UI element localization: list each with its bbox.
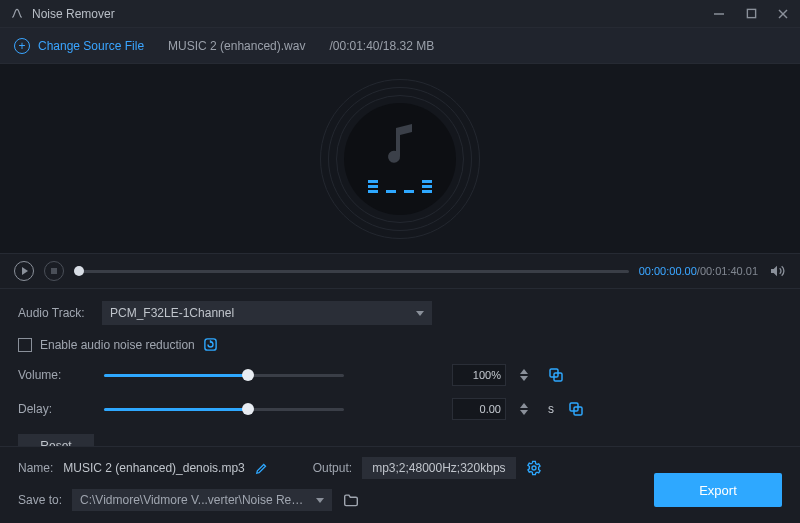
output-format-label: Output: bbox=[313, 461, 352, 475]
app-logo-icon bbox=[10, 7, 24, 21]
source-filename: MUSIC 2 (enhanced).wav bbox=[168, 39, 305, 53]
volume-label: Volume: bbox=[18, 368, 90, 382]
play-button[interactable] bbox=[14, 261, 34, 281]
title-bar: Noise Remover bbox=[0, 0, 800, 28]
delay-value[interactable]: 0.00 bbox=[452, 398, 506, 420]
export-panel: Name: MUSIC 2 (enhanced)_denois.mp3 Outp… bbox=[0, 446, 800, 523]
delay-slider[interactable] bbox=[104, 408, 344, 411]
volume-value[interactable]: 100% bbox=[452, 364, 506, 386]
stop-button[interactable] bbox=[44, 261, 64, 281]
export-button[interactable]: Export bbox=[654, 473, 782, 507]
source-fileinfo: /00:01:40/18.32 MB bbox=[329, 39, 434, 53]
noise-reduction-checkbox[interactable] bbox=[18, 338, 32, 352]
output-name-label: Name: bbox=[18, 461, 53, 475]
music-note-icon bbox=[382, 124, 418, 166]
plus-circle-icon: + bbox=[14, 38, 30, 54]
delay-label: Delay: bbox=[18, 402, 90, 416]
noise-reduction-label: Enable audio noise reduction bbox=[40, 338, 195, 352]
chevron-down-icon bbox=[316, 498, 324, 503]
svg-rect-1 bbox=[747, 9, 755, 17]
svg-point-10 bbox=[532, 466, 536, 470]
change-source-label: Change Source File bbox=[38, 39, 144, 53]
output-settings-icon[interactable] bbox=[526, 460, 542, 476]
preview-area bbox=[0, 64, 800, 254]
refresh-icon[interactable] bbox=[203, 337, 218, 352]
output-format-value: mp3;2;48000Hz;320kbps bbox=[362, 457, 515, 479]
audio-settings-panel: Audio Track: PCM_F32LE-1Channel Enable a… bbox=[0, 288, 800, 466]
window-title: Noise Remover bbox=[32, 7, 115, 21]
total-time: /00:01:40.01 bbox=[697, 265, 758, 277]
edit-name-icon[interactable] bbox=[255, 461, 269, 475]
chevron-down-icon bbox=[416, 311, 424, 316]
delay-stepper[interactable] bbox=[520, 398, 534, 420]
playback-controls: 00:00:00.00/00:01:40.01 bbox=[0, 254, 800, 288]
change-source-button[interactable]: + Change Source File bbox=[14, 38, 144, 54]
audio-track-value: PCM_F32LE-1Channel bbox=[110, 306, 234, 320]
svg-marker-4 bbox=[771, 266, 777, 277]
delay-sync-icon[interactable] bbox=[568, 401, 584, 417]
audio-track-label: Audio Track: bbox=[18, 306, 90, 320]
save-to-label: Save to: bbox=[18, 493, 62, 507]
current-time: 00:00:00.00 bbox=[639, 265, 697, 277]
close-button[interactable] bbox=[776, 7, 790, 21]
save-path-select[interactable]: C:\Vidmore\Vidmore V...verter\Noise Remo… bbox=[72, 489, 332, 511]
minimize-button[interactable] bbox=[712, 7, 726, 21]
volume-icon[interactable] bbox=[768, 263, 786, 279]
open-folder-icon[interactable] bbox=[342, 493, 360, 507]
save-path-value: C:\Vidmore\Vidmore V...verter\Noise Remo… bbox=[80, 493, 310, 507]
volume-slider[interactable] bbox=[104, 374, 344, 377]
volume-sync-icon[interactable] bbox=[548, 367, 564, 383]
file-toolbar: + Change Source File MUSIC 2 (enhanced).… bbox=[0, 28, 800, 64]
maximize-button[interactable] bbox=[744, 7, 758, 21]
audio-track-select[interactable]: PCM_F32LE-1Channel bbox=[102, 301, 432, 325]
audio-disc-graphic bbox=[320, 79, 480, 239]
delay-unit: s bbox=[548, 402, 554, 416]
volume-stepper[interactable] bbox=[520, 364, 534, 386]
output-name-value: MUSIC 2 (enhanced)_denois.mp3 bbox=[63, 461, 244, 475]
equalizer-icon bbox=[368, 180, 432, 193]
seek-slider[interactable] bbox=[74, 270, 629, 273]
